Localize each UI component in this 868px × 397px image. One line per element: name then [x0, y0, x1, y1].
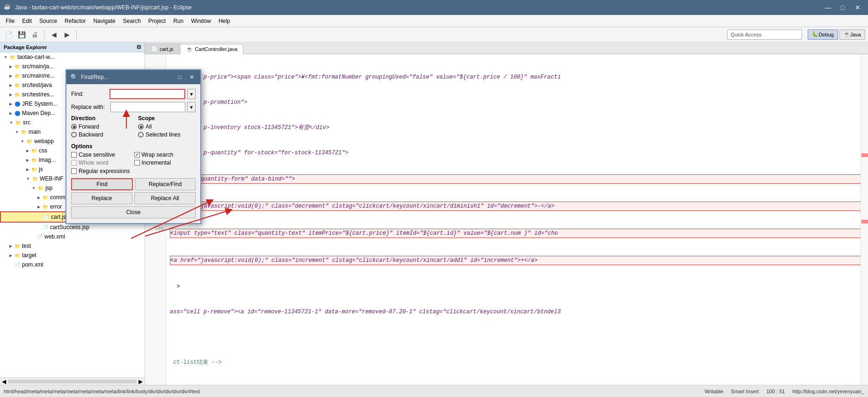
- radio-selected-lines[interactable]: Selected lines: [138, 131, 196, 138]
- menu-project[interactable]: Project: [145, 16, 169, 26]
- menu-navigate[interactable]: Navigate: [89, 16, 119, 26]
- expand-icon: ▶: [9, 65, 12, 69]
- expand-icon: ▶: [9, 111, 12, 115]
- menu-window[interactable]: Window: [187, 16, 215, 26]
- replace-label: Replace with:: [71, 104, 109, 110]
- replace-button[interactable]: Replace: [71, 192, 132, 204]
- main-layout: Package Explorer ⊟ ▼ 📁 taotao-cart-w... …: [0, 42, 868, 385]
- menu-source[interactable]: Source: [36, 16, 61, 26]
- whole-word-label: Whole word: [79, 159, 108, 166]
- replace-find-button[interactable]: Replace/Find: [135, 178, 196, 190]
- tab-cart-controller[interactable]: ☕ CartController.java: [180, 44, 243, 54]
- minimize-button[interactable]: —: [821, 2, 834, 13]
- quick-access-box[interactable]: Quick Access: [727, 29, 802, 40]
- folder-icon: 📁: [37, 184, 44, 192]
- direction-group: Direction Forward Backward: [71, 115, 129, 139]
- tree-item-target[interactable]: ▶ 📁 target: [0, 251, 145, 260]
- tab-cart-js[interactable]: 📄 cart.js: [145, 43, 179, 54]
- debug-perspective[interactable]: 🐛 Debug: [808, 29, 838, 40]
- all-radio-dot: [138, 124, 144, 130]
- tree-item-webxml[interactable]: ▶ 📄 web.xml: [0, 232, 145, 241]
- radio-all[interactable]: All: [138, 123, 196, 130]
- right-scroll-gutter: [861, 54, 868, 385]
- dialog-maximize-btn[interactable]: □: [175, 72, 184, 82]
- java-perspective[interactable]: ☕ Java: [839, 29, 865, 40]
- find-row: Find: ▼: [71, 89, 196, 99]
- code-editor[interactable]: 90 91 92 93 94 95 96 97 98 99 100 ass="c…: [145, 54, 868, 385]
- perspective-buttons: 🐛 Debug ☕ Java: [808, 29, 865, 40]
- folder-icon: 📁: [14, 91, 21, 98]
- menu-edit[interactable]: Edit: [18, 16, 36, 26]
- replace-dropdown[interactable]: ▼: [187, 102, 196, 112]
- tree-label: src/test/java: [22, 82, 52, 88]
- tree-label: cartSuccess.jsp: [50, 224, 89, 231]
- replace-row: Replace with: ▼: [71, 102, 196, 112]
- forward-button[interactable]: ▶: [61, 29, 73, 40]
- toolbar-btn-3[interactable]: 🖨: [29, 29, 40, 40]
- editor-tabs: 📄 cart.js ☕ CartController.java: [145, 42, 868, 54]
- menu-refactor[interactable]: Refactor: [61, 16, 89, 26]
- expand-icon: ▶: [9, 244, 12, 248]
- menu-run[interactable]: Run: [169, 16, 187, 26]
- status-bar: html/head/meta/meta/meta/meta/meta/meta/…: [0, 385, 868, 397]
- tree-label: jsp: [45, 185, 52, 191]
- replace-input[interactable]: [110, 102, 185, 112]
- tab-icon: ☕: [186, 46, 193, 52]
- wrap-search-option[interactable]: Wrap search: [134, 152, 196, 158]
- regex-option[interactable]: Regular expressions: [71, 168, 196, 174]
- menu-bar: File Edit Source Refactor Navigate Searc…: [0, 15, 868, 27]
- scope-group: Scope All Selected lines: [138, 115, 196, 139]
- options-grid: Case sensitive Wrap search Whole word: [71, 152, 196, 166]
- tab-icon: 📄: [151, 46, 158, 52]
- maximize-button[interactable]: □: [836, 2, 849, 13]
- new-button[interactable]: 📄: [3, 29, 14, 40]
- dialog-buttons: Find Replace/Find Replace Replace All Cl…: [71, 178, 196, 218]
- close-button[interactable]: Close: [71, 206, 196, 218]
- menu-file[interactable]: File: [2, 16, 18, 26]
- code-area[interactable]: ass="cell p-price"><span class="price">¥…: [166, 54, 868, 385]
- case-sensitive-option[interactable]: Case sensitive: [71, 152, 133, 158]
- tree-label: JRE System...: [22, 101, 58, 107]
- folder-icon: 📁: [20, 128, 28, 136]
- expand-icon: ▶: [9, 263, 12, 267]
- tree-item-pom[interactable]: ▶ 📄 pom.xml: [0, 260, 145, 269]
- find-input[interactable]: [109, 89, 185, 99]
- tree-label: webapp: [34, 138, 54, 144]
- wrap-search-checkbox: [134, 152, 140, 158]
- folder-icon: 📁: [31, 175, 39, 182]
- tree-item-root[interactable]: ▼ 📁 taotao-cart-w...: [0, 52, 145, 62]
- close-button[interactable]: ✕: [851, 2, 864, 13]
- case-sensitive-label: Case sensitive: [79, 152, 115, 158]
- expand-icon: ▶: [26, 167, 29, 172]
- tree-label: imag...: [39, 157, 56, 163]
- find-button[interactable]: Find: [71, 178, 133, 190]
- backward-label: Backward: [79, 131, 103, 138]
- scroll-left-icon[interactable]: ◀: [2, 378, 6, 385]
- scroll-right-icon[interactable]: ▶: [139, 378, 143, 385]
- package-explorer-title: Package Explorer: [4, 44, 47, 50]
- menu-search[interactable]: Search: [119, 16, 145, 26]
- expand-icon: ▶: [9, 102, 12, 106]
- toolbar-btn-2[interactable]: 💾: [16, 29, 27, 40]
- dialog-close-btn[interactable]: ✕: [187, 72, 197, 82]
- expand-icon: ▶: [26, 149, 29, 153]
- radio-forward[interactable]: Forward: [71, 123, 129, 130]
- sidebar-scrollbar[interactable]: ◀ ▶: [0, 377, 145, 385]
- code-line: ass="cell p-remove"><a id="remove-113457…: [170, 308, 864, 316]
- incremental-option[interactable]: Incremental: [134, 159, 196, 166]
- expand-icon: ▶: [9, 83, 12, 87]
- code-line: ct-list结束 -->: [170, 358, 864, 367]
- direction-title: Direction: [71, 115, 129, 122]
- code-line: <a href="javascript:void(0);" class="dec…: [170, 202, 864, 211]
- find-dropdown[interactable]: ▼: [187, 89, 196, 99]
- tree-item-test[interactable]: ▶ 📁 test: [0, 241, 145, 251]
- options-title: Options: [71, 143, 196, 150]
- title-bar: ☕ Java - taotao-cart-web/src/main/webapp…: [0, 0, 868, 15]
- replace-all-button[interactable]: Replace All: [134, 192, 196, 204]
- tree-item-cart-success[interactable]: ▶ 📄 cartSuccess.jsp: [0, 223, 145, 232]
- file-icon: 📄: [14, 261, 21, 268]
- back-button[interactable]: ◀: [48, 29, 59, 40]
- menu-help[interactable]: Help: [215, 16, 234, 26]
- radio-backward[interactable]: Backward: [71, 131, 129, 138]
- whole-word-option[interactable]: Whole word: [71, 159, 133, 166]
